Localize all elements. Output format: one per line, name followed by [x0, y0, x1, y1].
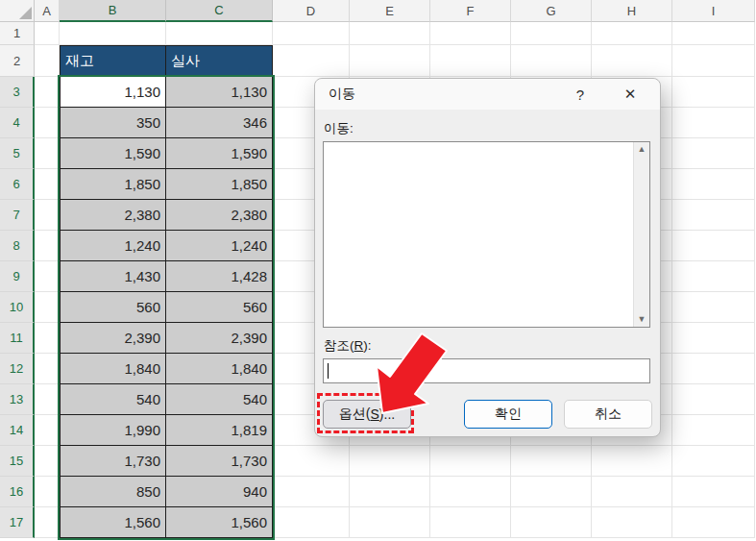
- cell-C16[interactable]: 940: [166, 477, 273, 507]
- cell-A9[interactable]: [35, 261, 60, 292]
- cell-G15[interactable]: [511, 446, 592, 477]
- cell-A15[interactable]: [35, 446, 60, 477]
- cell-C12[interactable]: 1,840: [166, 354, 273, 384]
- cell-I9[interactable]: [672, 261, 755, 292]
- cell-F15[interactable]: [430, 446, 511, 477]
- column-header-D[interactable]: D: [273, 0, 350, 22]
- cell-I15[interactable]: [672, 446, 755, 477]
- cell-D1[interactable]: [273, 22, 350, 45]
- scroll-up-icon[interactable]: ▲: [638, 145, 646, 154]
- row-header-2[interactable]: 2: [0, 45, 35, 77]
- column-header-C[interactable]: C: [166, 0, 273, 22]
- cell-B14[interactable]: 1,990: [60, 415, 166, 446]
- cell-F2[interactable]: [430, 45, 511, 77]
- row-header-1[interactable]: 1: [0, 22, 35, 45]
- cell-D17[interactable]: [273, 507, 350, 538]
- options-button[interactable]: 옵션(S)...: [323, 400, 411, 429]
- goto-listbox[interactable]: ▲ ▼: [323, 141, 650, 328]
- cell-E17[interactable]: [350, 507, 430, 538]
- cell-A5[interactable]: [35, 138, 60, 169]
- row-header-12[interactable]: 12: [0, 354, 35, 384]
- cell-C10[interactable]: 560: [166, 292, 273, 323]
- row-header-4[interactable]: 4: [0, 108, 35, 138]
- reference-input[interactable]: [323, 358, 650, 383]
- cell-I2[interactable]: [672, 45, 755, 77]
- cell-G17[interactable]: [511, 507, 592, 538]
- row-header-14[interactable]: 14: [0, 415, 35, 446]
- row-header-5[interactable]: 5: [0, 138, 35, 169]
- cell-B7[interactable]: 2,380: [60, 200, 166, 231]
- cell-G16[interactable]: [511, 477, 592, 507]
- cell-I7[interactable]: [672, 200, 755, 231]
- select-all-corner[interactable]: [0, 0, 35, 22]
- cell-I13[interactable]: [672, 384, 755, 415]
- row-header-16[interactable]: 16: [0, 477, 35, 507]
- column-header-I[interactable]: I: [672, 0, 755, 22]
- column-header-A[interactable]: A: [35, 0, 60, 22]
- cell-A12[interactable]: [35, 354, 60, 384]
- cell-G1[interactable]: [511, 22, 592, 45]
- listbox-scrollbar[interactable]: ▲ ▼: [633, 142, 649, 327]
- column-header-E[interactable]: E: [350, 0, 430, 22]
- cell-I11[interactable]: [672, 323, 755, 354]
- cell-A3[interactable]: [35, 77, 60, 108]
- column-header-F[interactable]: F: [430, 0, 511, 22]
- cell-B10[interactable]: 560: [60, 292, 166, 323]
- cell-C17[interactable]: 1,560: [166, 507, 273, 538]
- cell-B4[interactable]: 350: [60, 108, 166, 138]
- cell-A17[interactable]: [35, 507, 60, 538]
- row-header-13[interactable]: 13: [0, 384, 35, 415]
- cell-I16[interactable]: [672, 477, 755, 507]
- cell-C8[interactable]: 1,240: [166, 231, 273, 261]
- cell-C7[interactable]: 2,380: [166, 200, 273, 231]
- cell-A2[interactable]: [35, 45, 60, 77]
- close-icon[interactable]: ✕: [616, 86, 645, 103]
- cell-B3[interactable]: 1,130: [60, 77, 166, 108]
- help-icon[interactable]: ?: [566, 86, 595, 103]
- cell-E2[interactable]: [350, 45, 430, 77]
- cancel-button[interactable]: 취소: [564, 400, 652, 429]
- cell-B8[interactable]: 1,240: [60, 231, 166, 261]
- table-header-cell-C2[interactable]: 실사: [166, 45, 273, 77]
- column-header-H[interactable]: H: [592, 0, 672, 22]
- cell-C1[interactable]: [166, 22, 273, 45]
- cell-A7[interactable]: [35, 200, 60, 231]
- cell-B1[interactable]: [60, 22, 166, 45]
- cell-H15[interactable]: [592, 446, 672, 477]
- cell-I6[interactable]: [672, 169, 755, 200]
- cell-C4[interactable]: 346: [166, 108, 273, 138]
- cell-B17[interactable]: 1,560: [60, 507, 166, 538]
- cell-I8[interactable]: [672, 231, 755, 261]
- cell-C11[interactable]: 2,390: [166, 323, 273, 354]
- cell-A16[interactable]: [35, 477, 60, 507]
- column-header-B[interactable]: B: [60, 0, 166, 22]
- cell-B11[interactable]: 2,390: [60, 323, 166, 354]
- cell-C15[interactable]: 1,730: [166, 446, 273, 477]
- cell-C5[interactable]: 1,590: [166, 138, 273, 169]
- cell-E1[interactable]: [350, 22, 430, 45]
- cell-A4[interactable]: [35, 108, 60, 138]
- row-header-3[interactable]: 3: [0, 77, 35, 108]
- cell-B9[interactable]: 1,430: [60, 261, 166, 292]
- cell-A11[interactable]: [35, 323, 60, 354]
- cell-B15[interactable]: 1,730: [60, 446, 166, 477]
- cell-I1[interactable]: [672, 22, 755, 45]
- cell-I3[interactable]: [672, 77, 755, 108]
- cell-A1[interactable]: [35, 22, 60, 45]
- row-header-15[interactable]: 15: [0, 446, 35, 477]
- cell-I14[interactable]: [672, 415, 755, 446]
- row-header-9[interactable]: 9: [0, 261, 35, 292]
- cell-C3[interactable]: 1,130: [166, 77, 273, 108]
- cell-I17[interactable]: [672, 507, 755, 538]
- cell-D15[interactable]: [273, 446, 350, 477]
- cell-B6[interactable]: 1,850: [60, 169, 166, 200]
- cell-A14[interactable]: [35, 415, 60, 446]
- cell-E15[interactable]: [350, 446, 430, 477]
- cell-A13[interactable]: [35, 384, 60, 415]
- cell-C9[interactable]: 1,428: [166, 261, 273, 292]
- cell-H2[interactable]: [592, 45, 672, 77]
- cell-F17[interactable]: [430, 507, 511, 538]
- cell-I12[interactable]: [672, 354, 755, 384]
- cell-C13[interactable]: 540: [166, 384, 273, 415]
- row-header-7[interactable]: 7: [0, 200, 35, 231]
